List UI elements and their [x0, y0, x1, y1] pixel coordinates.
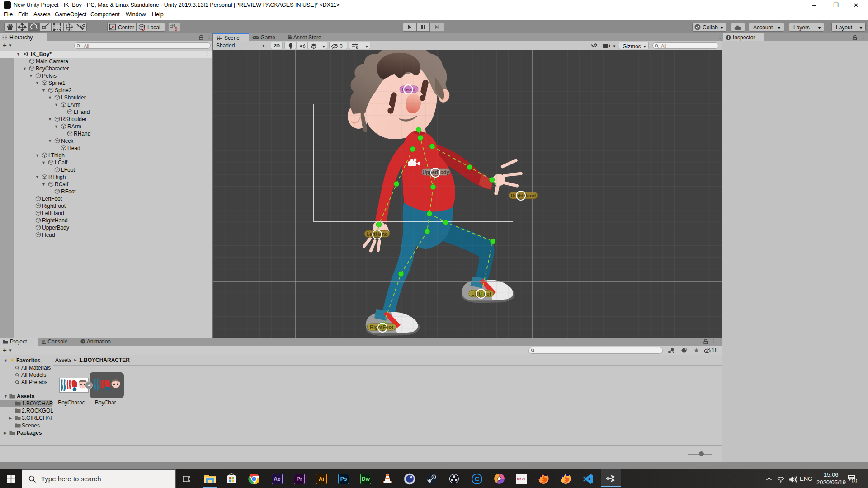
svg-text:C: C	[475, 475, 479, 483]
svg-text:RightHand: RightHand	[511, 193, 536, 198]
svg-text:RightFoot: RightFoot	[370, 324, 393, 330]
svg-text:LeftHand: LeftHand	[366, 231, 388, 237]
svg-text:UpperBody: UpperBody	[422, 169, 449, 175]
svg-text:LeftFoot: LeftFoot	[472, 291, 491, 296]
svg-text:1: 1	[853, 479, 855, 483]
